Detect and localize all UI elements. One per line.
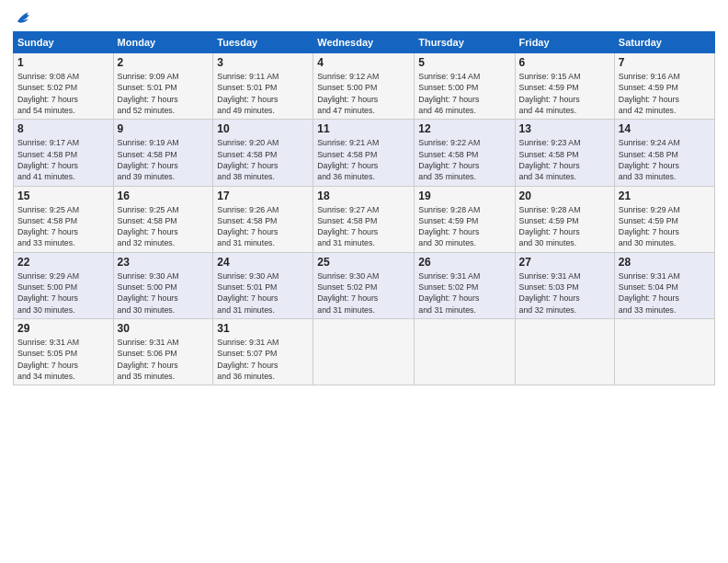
day-number: 26 [418,256,510,269]
calendar-cell: 5Sunrise: 9:14 AMSunset: 5:00 PMDaylight… [415,53,515,120]
day-number: 25 [317,256,410,269]
calendar-week-row: 1Sunrise: 9:08 AMSunset: 5:02 PMDaylight… [14,53,715,120]
day-info: Sunrise: 9:17 AMSunset: 4:58 PMDaylight:… [17,137,109,182]
calendar-week-row: 8Sunrise: 9:17 AMSunset: 4:58 PMDaylight… [14,120,715,186]
day-info: Sunrise: 9:31 AMSunset: 5:03 PMDaylight:… [519,270,610,316]
day-number: 15 [17,190,109,202]
day-info: Sunrise: 9:29 AMSunset: 5:00 PMDaylight:… [17,270,109,316]
calendar-cell: 7Sunrise: 9:16 AMSunset: 4:59 PMDaylight… [614,53,714,120]
calendar-cell: 23Sunrise: 9:30 AMSunset: 5:00 PMDayligh… [113,252,213,318]
calendar-cell [313,319,415,385]
day-info: Sunrise: 9:31 AMSunset: 5:07 PMDaylight:… [217,337,309,382]
day-number: 4 [317,56,410,69]
day-number: 21 [619,190,711,202]
day-number: 7 [619,56,711,69]
day-number: 18 [317,190,410,202]
calendar-cell: 31Sunrise: 9:31 AMSunset: 5:07 PMDayligh… [213,319,313,385]
calendar-cell: 19Sunrise: 9:28 AMSunset: 4:59 PMDayligh… [415,186,515,252]
day-number: 10 [217,122,309,135]
day-info: Sunrise: 9:27 AMSunset: 4:58 PMDaylight:… [317,204,410,249]
calendar-cell: 14Sunrise: 9:24 AMSunset: 4:58 PMDayligh… [614,120,714,186]
calendar-cell: 24Sunrise: 9:30 AMSunset: 5:01 PMDayligh… [213,252,313,318]
calendar-cell: 3Sunrise: 9:11 AMSunset: 5:01 PMDaylight… [213,53,313,120]
day-info: Sunrise: 9:28 AMSunset: 4:59 PMDaylight:… [418,204,510,249]
calendar-cell: 25Sunrise: 9:30 AMSunset: 5:02 PMDayligh… [313,252,415,318]
calendar-cell: 16Sunrise: 9:25 AMSunset: 4:58 PMDayligh… [113,186,213,252]
day-info: Sunrise: 9:20 AMSunset: 4:58 PMDaylight:… [217,137,309,182]
calendar-cell: 22Sunrise: 9:29 AMSunset: 5:00 PMDayligh… [14,252,114,318]
calendar-cell: 8Sunrise: 9:17 AMSunset: 4:58 PMDaylight… [14,120,114,186]
day-number: 30 [118,322,210,335]
day-info: Sunrise: 9:30 AMSunset: 5:01 PMDaylight:… [217,270,309,316]
weekday-header-thursday: Thursday [415,32,515,53]
day-number: 22 [17,256,109,269]
day-number: 11 [317,122,410,135]
calendar-cell: 9Sunrise: 9:19 AMSunset: 4:58 PMDaylight… [113,120,213,186]
weekday-header-row: SundayMondayTuesdayWednesdayThursdayFrid… [14,32,715,53]
calendar-week-row: 22Sunrise: 9:29 AMSunset: 5:00 PMDayligh… [14,252,715,318]
calendar-cell: 15Sunrise: 9:25 AMSunset: 4:58 PMDayligh… [14,186,114,252]
day-info: Sunrise: 9:31 AMSunset: 5:02 PMDaylight:… [418,270,510,316]
header [13,9,715,26]
day-info: Sunrise: 9:31 AMSunset: 5:05 PMDaylight:… [17,337,109,382]
day-number: 2 [118,56,210,69]
logo [13,9,35,26]
calendar-cell: 26Sunrise: 9:31 AMSunset: 5:02 PMDayligh… [415,252,515,318]
day-info: Sunrise: 9:23 AMSunset: 4:58 PMDaylight:… [519,137,610,182]
day-info: Sunrise: 9:16 AMSunset: 4:59 PMDaylight:… [619,71,711,116]
day-info: Sunrise: 9:30 AMSunset: 5:02 PMDaylight:… [317,270,410,316]
calendar-cell: 30Sunrise: 9:31 AMSunset: 5:06 PMDayligh… [113,319,213,385]
calendar-cell: 20Sunrise: 9:28 AMSunset: 4:59 PMDayligh… [515,186,614,252]
day-number: 29 [17,322,109,335]
day-number: 14 [619,122,711,135]
calendar-cell [415,319,515,385]
day-info: Sunrise: 9:24 AMSunset: 4:58 PMDaylight:… [619,137,711,182]
day-info: Sunrise: 9:25 AMSunset: 4:58 PMDaylight:… [118,204,210,249]
day-info: Sunrise: 9:26 AMSunset: 4:58 PMDaylight:… [217,204,309,249]
calendar-cell: 12Sunrise: 9:22 AMSunset: 4:58 PMDayligh… [415,120,515,186]
calendar-cell: 17Sunrise: 9:26 AMSunset: 4:58 PMDayligh… [213,186,313,252]
calendar-cell: 27Sunrise: 9:31 AMSunset: 5:03 PMDayligh… [515,252,614,318]
calendar-cell: 29Sunrise: 9:31 AMSunset: 5:05 PMDayligh… [14,319,114,385]
day-info: Sunrise: 9:28 AMSunset: 4:59 PMDaylight:… [519,204,610,249]
day-info: Sunrise: 9:25 AMSunset: 4:58 PMDaylight:… [17,204,109,249]
calendar-cell: 28Sunrise: 9:31 AMSunset: 5:04 PMDayligh… [614,252,714,318]
day-number: 27 [519,256,610,269]
day-info: Sunrise: 9:09 AMSunset: 5:01 PMDaylight:… [118,71,210,116]
weekday-header-friday: Friday [515,32,614,53]
weekday-header-tuesday: Tuesday [213,32,313,53]
day-number: 24 [217,256,309,269]
calendar-week-row: 29Sunrise: 9:31 AMSunset: 5:05 PMDayligh… [14,319,715,385]
day-number: 8 [17,122,109,135]
day-number: 5 [418,56,510,69]
day-info: Sunrise: 9:19 AMSunset: 4:58 PMDaylight:… [118,137,210,182]
calendar-cell: 11Sunrise: 9:21 AMSunset: 4:58 PMDayligh… [313,120,415,186]
day-number: 6 [519,56,610,69]
day-number: 13 [519,122,610,135]
calendar-cell: 6Sunrise: 9:15 AMSunset: 4:59 PMDaylight… [515,53,614,120]
weekday-header-wednesday: Wednesday [313,32,415,53]
day-number: 19 [418,190,510,202]
calendar-table: SundayMondayTuesdayWednesdayThursdayFrid… [13,31,715,385]
day-info: Sunrise: 9:31 AMSunset: 5:04 PMDaylight:… [619,270,711,316]
weekday-header-saturday: Saturday [614,32,714,53]
day-number: 16 [118,190,210,202]
day-info: Sunrise: 9:15 AMSunset: 4:59 PMDaylight:… [519,71,610,116]
day-number: 9 [118,122,210,135]
day-number: 23 [118,256,210,269]
day-info: Sunrise: 9:30 AMSunset: 5:00 PMDaylight:… [118,270,210,316]
calendar-cell: 10Sunrise: 9:20 AMSunset: 4:58 PMDayligh… [213,120,313,186]
calendar-cell [614,319,714,385]
calendar-cell: 13Sunrise: 9:23 AMSunset: 4:58 PMDayligh… [515,120,614,186]
day-number: 31 [217,322,309,335]
calendar-cell: 1Sunrise: 9:08 AMSunset: 5:02 PMDaylight… [14,53,114,120]
day-number: 12 [418,122,510,135]
day-info: Sunrise: 9:31 AMSunset: 5:06 PMDaylight:… [118,337,210,382]
day-info: Sunrise: 9:11 AMSunset: 5:01 PMDaylight:… [217,71,309,116]
logo-bird-icon [15,9,35,26]
day-number: 1 [17,56,109,69]
calendar-cell [515,319,614,385]
calendar-week-row: 15Sunrise: 9:25 AMSunset: 4:58 PMDayligh… [14,186,715,252]
day-info: Sunrise: 9:29 AMSunset: 4:59 PMDaylight:… [619,204,711,249]
day-number: 20 [519,190,610,202]
